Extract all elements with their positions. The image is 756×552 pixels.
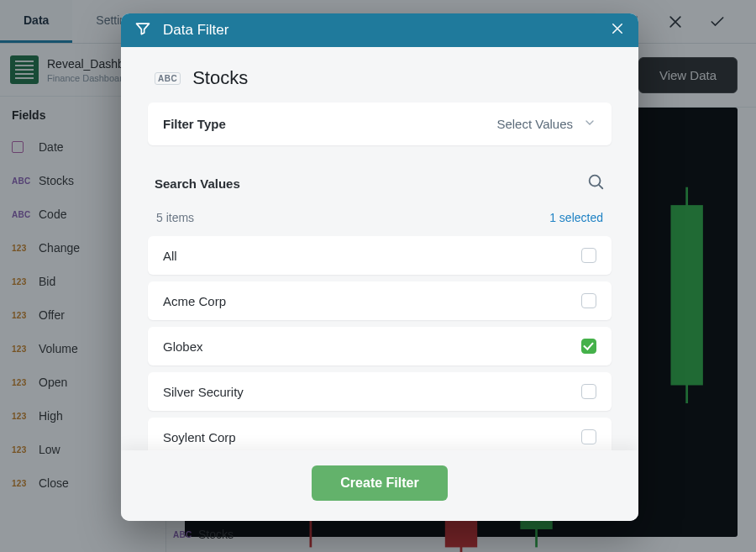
option-label: Acme Corp: [163, 294, 226, 308]
option-label: Silver Security: [163, 385, 244, 399]
filter-type-label: Filter Type: [163, 117, 226, 131]
filter-field: ABC Stocks: [148, 47, 612, 103]
modal-title: Data Filter: [163, 22, 228, 39]
option-label: Globex: [163, 339, 203, 354]
chevron-down-icon: [583, 116, 596, 132]
svg-point-24: [590, 176, 601, 187]
field-name: Stocks: [192, 67, 248, 89]
search-values-header: Search Values: [148, 159, 612, 201]
search-values-label: Search Values: [155, 176, 240, 191]
checkbox[interactable]: [581, 339, 596, 354]
modal-footer: Create Filter: [121, 450, 638, 521]
checkbox[interactable]: [581, 293, 596, 308]
modal-header: Data Filter: [121, 13, 638, 47]
create-filter-label: Create Filter: [340, 476, 418, 490]
option-acme-corp[interactable]: Acme Corp: [148, 281, 612, 320]
field-type-tag: ABC: [155, 72, 181, 85]
create-filter-button[interactable]: Create Filter: [312, 465, 447, 501]
checkbox[interactable]: [581, 429, 596, 444]
modal-body: ABC Stocks Filter Type Select Values Sea…: [121, 47, 638, 450]
checkbox[interactable]: [581, 384, 596, 399]
filter-type-value: Select Values: [496, 117, 573, 131]
item-count-row: 5 items 1 selected: [148, 201, 612, 236]
filter-type-row[interactable]: Filter Type Select Values: [148, 103, 612, 145]
option-soylent-corp[interactable]: Soylent Corp: [148, 418, 612, 450]
filter-icon: [134, 20, 151, 40]
checkbox[interactable]: [581, 248, 596, 263]
option-globex[interactable]: Globex: [148, 327, 612, 365]
data-filter-modal: Data Filter ABC Stocks Filter Type Selec…: [121, 13, 638, 521]
item-count: 5 items: [156, 211, 194, 224]
option-all[interactable]: All: [148, 236, 612, 275]
options-list: AllAcme CorpGlobexSilver SecuritySoylent…: [148, 236, 612, 450]
option-silver-security[interactable]: Silver Security: [148, 372, 612, 411]
selected-count[interactable]: 1 selected: [549, 211, 603, 224]
option-label: All: [163, 249, 177, 263]
close-icon[interactable]: [610, 21, 625, 39]
search-icon[interactable]: [586, 172, 605, 194]
option-label: Soylent Corp: [163, 430, 236, 444]
